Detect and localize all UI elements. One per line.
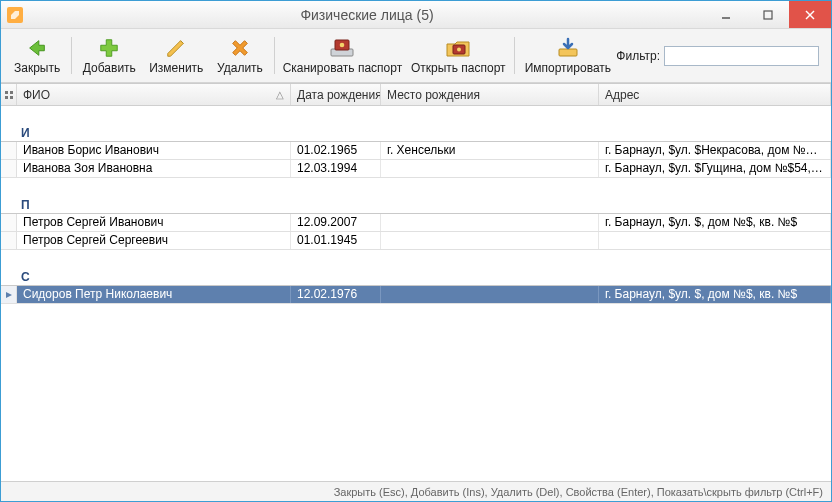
cell-pob xyxy=(381,286,599,303)
toolbar-separator xyxy=(514,37,515,74)
group-header[interactable]: С xyxy=(1,268,831,286)
svg-rect-1 xyxy=(764,11,772,19)
svg-point-6 xyxy=(340,43,345,48)
table-row[interactable]: Петров Сергей Сергеевич01.01.1945 xyxy=(1,232,831,250)
minimize-button[interactable] xyxy=(705,1,747,28)
cell-fio: Петров Сергей Сергеевич xyxy=(17,232,291,249)
table-row[interactable]: Сидоров Петр Николаевич12.02.1976г. Барн… xyxy=(1,286,831,304)
cell-addr: г. Барнаул, $ул. $, дом №$, кв. №$ xyxy=(599,214,831,231)
cell-fio: Сидоров Петр Николаевич xyxy=(17,286,291,303)
cell-pob xyxy=(381,232,599,249)
arrow-left-icon xyxy=(26,36,48,60)
row-indicator xyxy=(1,214,17,231)
close-button[interactable]: Закрыть xyxy=(7,33,67,78)
cell-addr: г. Барнаул, $ул. $Некрасова, дом №$3... xyxy=(599,142,831,159)
x-icon xyxy=(229,36,251,60)
cell-addr xyxy=(599,232,831,249)
cell-pob: г. Хенсельки xyxy=(381,142,599,159)
grid-body[interactable]: ИИванов Борис Иванович01.02.1965г. Хенсе… xyxy=(1,106,831,481)
import-label: Импортировать xyxy=(525,61,611,75)
cell-pob xyxy=(381,160,599,177)
edit-button[interactable]: Изменить xyxy=(143,33,210,78)
svg-rect-13 xyxy=(10,96,13,99)
table-row[interactable]: Иванова Зоя Ивановна12.03.1994г. Барнаул… xyxy=(1,160,831,178)
statusbar: Закрыть (Esc), Добавить (Ins), Удалить (… xyxy=(1,481,831,501)
row-indicator xyxy=(1,142,17,159)
column-header-fio[interactable]: ФИО △ xyxy=(17,84,291,105)
delete-button[interactable]: Удалить xyxy=(210,33,270,78)
toolbar: Закрыть Добавить Изменить Удалить xyxy=(1,29,831,83)
scan-passport-button[interactable]: Сканировать паспорт xyxy=(279,33,406,78)
cell-dob: 12.03.1994 xyxy=(291,160,381,177)
table-row[interactable]: Петров Сергей Иванович12.09.2007г. Барна… xyxy=(1,214,831,232)
delete-label: Удалить xyxy=(217,61,263,75)
open-passport-button[interactable]: Открыть паспорт xyxy=(406,33,511,78)
cell-fio: Иванов Борис Иванович xyxy=(17,142,291,159)
cell-dob: 01.02.1965 xyxy=(291,142,381,159)
column-label: Адрес xyxy=(605,88,639,102)
window-title: Физические лица (5) xyxy=(29,7,705,23)
svg-rect-12 xyxy=(5,96,8,99)
window-controls xyxy=(705,1,831,28)
plus-icon xyxy=(98,36,120,60)
data-grid: ФИО △ Дата рождения Место рождения Адрес… xyxy=(1,83,831,481)
column-label: Место рождения xyxy=(387,88,480,102)
titlebar: Физические лица (5) xyxy=(1,1,831,29)
filter-box: Фильтр: xyxy=(616,33,825,78)
cell-pob xyxy=(381,214,599,231)
row-indicator xyxy=(1,160,17,177)
add-label: Добавить xyxy=(83,61,136,75)
current-row-icon xyxy=(5,288,13,302)
import-icon xyxy=(556,36,580,60)
cell-addr: г. Барнаул, $ул. $Гущина, дом №$54, к... xyxy=(599,160,831,177)
toolbar-separator xyxy=(71,37,72,74)
close-label: Закрыть xyxy=(14,61,60,75)
scan-label: Сканировать паспорт xyxy=(283,61,403,75)
sort-indicator-icon: △ xyxy=(276,89,284,100)
statusbar-text: Закрыть (Esc), Добавить (Ins), Удалить (… xyxy=(334,486,823,498)
svg-rect-11 xyxy=(10,91,13,94)
filter-input[interactable] xyxy=(664,46,819,66)
group-header[interactable]: И xyxy=(1,124,831,142)
edit-label: Изменить xyxy=(149,61,203,75)
column-header-addr[interactable]: Адрес xyxy=(599,84,831,105)
import-button[interactable]: Импортировать xyxy=(519,33,616,78)
svg-rect-10 xyxy=(5,91,8,94)
cell-dob: 12.09.2007 xyxy=(291,214,381,231)
row-indicator xyxy=(1,232,17,249)
toolbar-separator xyxy=(274,37,275,74)
maximize-button[interactable] xyxy=(747,1,789,28)
folder-passport-icon xyxy=(445,36,471,60)
column-label: ФИО xyxy=(23,88,50,102)
column-header-pob[interactable]: Место рождения xyxy=(381,84,599,105)
column-label: Дата рождения xyxy=(297,88,381,102)
cell-addr: г. Барнаул, $ул. $, дом №$, кв. №$ xyxy=(599,286,831,303)
filter-label: Фильтр: xyxy=(616,49,660,63)
svg-point-8 xyxy=(457,48,461,52)
row-indicator xyxy=(1,286,17,303)
add-button[interactable]: Добавить xyxy=(76,33,142,78)
cell-fio: Петров Сергей Иванович xyxy=(17,214,291,231)
grid-header: ФИО △ Дата рождения Место рождения Адрес xyxy=(1,84,831,106)
app-window: Физические лица (5) Закрыть Добав xyxy=(0,0,832,502)
scanner-icon xyxy=(329,36,355,60)
open-label: Открыть паспорт xyxy=(411,61,506,75)
close-window-button[interactable] xyxy=(789,1,831,28)
pencil-icon xyxy=(165,36,187,60)
group-header[interactable]: П xyxy=(1,196,831,214)
cell-dob: 01.01.1945 xyxy=(291,232,381,249)
table-row[interactable]: Иванов Борис Иванович01.02.1965г. Хенсел… xyxy=(1,142,831,160)
column-selector-handle[interactable] xyxy=(1,84,17,105)
app-icon xyxy=(7,7,23,23)
cell-dob: 12.02.1976 xyxy=(291,286,381,303)
svg-rect-9 xyxy=(559,49,577,56)
cell-fio: Иванова Зоя Ивановна xyxy=(17,160,291,177)
column-header-dob[interactable]: Дата рождения xyxy=(291,84,381,105)
